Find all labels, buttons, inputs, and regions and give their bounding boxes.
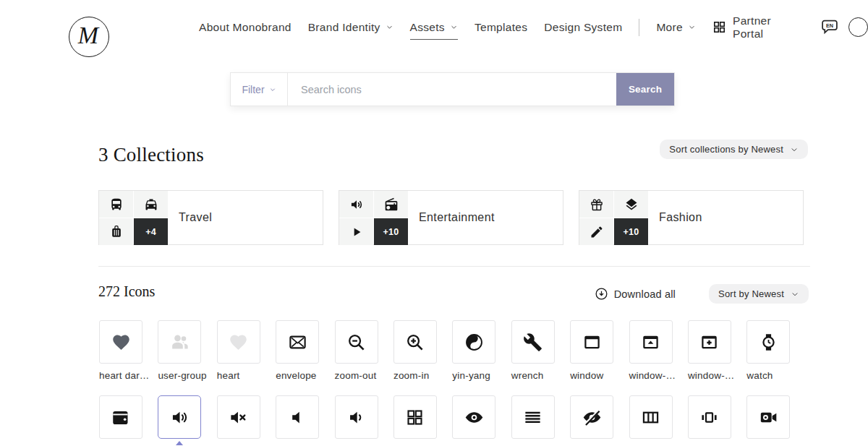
icon-tile[interactable] — [99, 320, 142, 364]
gift-icon — [590, 197, 604, 212]
icon-label: window-… — [688, 370, 731, 381]
chevron-down-icon — [386, 23, 393, 31]
icon-tile[interactable] — [629, 320, 673, 364]
language-bubble-icon[interactable]: EN — [820, 18, 839, 36]
language-badge: EN — [826, 22, 833, 29]
icon-cell-lines[interactable] — [511, 395, 555, 439]
wrench-icon — [523, 333, 542, 352]
window-plus-icon — [699, 333, 719, 352]
zoom-in-icon — [405, 333, 425, 352]
brand-logo[interactable]: M — [69, 17, 109, 57]
circle-icon[interactable] — [848, 17, 868, 37]
icon-tile[interactable] — [393, 395, 437, 439]
icon-cell-eye[interactable] — [452, 395, 495, 439]
yin-yang-icon — [464, 333, 484, 352]
download-all-link[interactable]: Download all — [595, 287, 676, 301]
sort-icons-label: Sort by Newest — [718, 288, 784, 299]
nav-item-templates[interactable]: Templates — [475, 21, 527, 34]
icon-tile[interactable] — [746, 395, 790, 439]
icon-grid: heart dar… user-group heart envelope zoo… — [99, 320, 790, 439]
icon-tile[interactable] — [511, 395, 555, 439]
icon-tile[interactable] — [570, 395, 613, 439]
icon-cell-heart-fill[interactable]: heart — [217, 320, 260, 381]
collection-title: Entertainment — [419, 211, 495, 224]
icon-tile[interactable] — [276, 395, 319, 439]
icon-cell-watch[interactable]: watch — [746, 320, 790, 381]
nav-item-more[interactable]: More — [656, 21, 696, 34]
icon-cell-user-group[interactable]: user-group — [158, 320, 201, 381]
icon-cell-window-plus[interactable]: window-… — [688, 320, 731, 381]
icon-tile[interactable] — [99, 395, 142, 439]
nav-item-about-monobrand[interactable]: About Monobrand — [199, 21, 292, 34]
icon-cell-yin-yang[interactable]: yin-yang — [452, 320, 495, 381]
more-count-badge: +10 — [614, 218, 648, 245]
sort-collections-label: Sort collections by Newest — [669, 144, 783, 155]
carousel-icon — [699, 408, 719, 427]
icon-tile[interactable] — [217, 320, 260, 364]
icon-tile[interactable] — [511, 320, 555, 364]
icon-label: user-group — [158, 370, 201, 381]
heart-fill-icon — [111, 333, 131, 352]
icon-tile[interactable] — [688, 320, 731, 364]
nav-item-label: More — [656, 21, 683, 34]
partner-portal-label: Partner Portal — [733, 14, 796, 40]
icon-cell-grid[interactable] — [393, 395, 437, 439]
collection-card-travel[interactable]: +4 Travel — [98, 190, 323, 245]
filter-dropdown[interactable]: Filter — [231, 73, 288, 106]
collection-title: Travel — [179, 211, 212, 224]
icon-tile[interactable] — [570, 320, 613, 364]
partner-portal-link[interactable]: Partner Portal — [712, 14, 796, 40]
icon-tile[interactable] — [629, 395, 673, 439]
nav-item-design-system[interactable]: Design System — [544, 21, 622, 34]
nav-item-assets[interactable]: Assets — [410, 21, 458, 34]
icon-cell-wallet[interactable] — [99, 395, 142, 439]
icons-actions: Download all Sort by Newest — [595, 284, 809, 304]
icon-cell-volume-off[interactable] — [276, 395, 319, 439]
collection-preview: +4 — [99, 191, 168, 244]
icon-tile[interactable] — [688, 395, 731, 439]
sort-collections-dropdown[interactable]: Sort collections by Newest — [660, 140, 808, 159]
icon-cell-video-camera[interactable] — [746, 395, 790, 439]
volume-off-icon — [288, 408, 307, 427]
chevron-down-icon — [269, 86, 276, 93]
icon-cell-carousel[interactable] — [688, 395, 731, 439]
icon-cell-window[interactable]: window — [570, 320, 613, 381]
luggage-icon — [109, 225, 124, 239]
more-count-badge: +4 — [134, 218, 168, 245]
icon-tile[interactable] — [393, 320, 437, 364]
icon-cell-heart-fill[interactable]: heart dar… — [99, 320, 142, 381]
sort-icons-dropdown[interactable]: Sort by Newest — [709, 284, 809, 304]
icon-tile[interactable] — [276, 320, 319, 364]
icon-tile[interactable] — [335, 395, 378, 439]
icon-cell-wrench[interactable]: wrench — [511, 320, 555, 381]
search-input[interactable] — [288, 73, 616, 106]
icon-cell-volume-mute[interactable] — [217, 395, 260, 439]
icon-tile[interactable] — [335, 320, 378, 364]
columns-icon — [641, 408, 660, 427]
icon-label: yin-yang — [452, 370, 495, 381]
nav-item-label: Design System — [544, 21, 622, 34]
icon-cell-eye-off[interactable] — [570, 395, 613, 439]
collection-card-entertainment[interactable]: +10 Entertainment — [339, 190, 563, 245]
nav-divider — [639, 19, 639, 36]
search-button[interactable]: Search — [616, 73, 674, 106]
icon-cell-envelope[interactable]: envelope — [276, 320, 319, 381]
volume-medium-icon — [170, 408, 190, 427]
preview-tile — [339, 218, 373, 245]
user-group-icon — [170, 333, 190, 352]
icon-tile[interactable] — [217, 395, 260, 439]
collection-card-fashion[interactable]: +10 Fashion — [579, 190, 804, 245]
icon-cell-zoom-in[interactable]: zoom-in — [393, 320, 437, 381]
icon-tile[interactable] — [158, 320, 201, 364]
icon-tile[interactable] — [452, 320, 495, 364]
nav-item-brand-identity[interactable]: Brand Identity — [308, 21, 393, 34]
icon-cell-window-up[interactable]: window-… — [629, 320, 673, 381]
icon-cell-volume-low[interactable] — [335, 395, 378, 439]
icon-cell-zoom-out[interactable]: zoom-out — [335, 320, 378, 381]
icon-tile[interactable] — [158, 395, 201, 439]
icon-cell-columns[interactable] — [629, 395, 673, 439]
icon-tile[interactable] — [746, 320, 790, 364]
icon-cell-volume-medium-selected[interactable] — [158, 395, 201, 439]
chevron-down-icon — [790, 145, 799, 154]
icon-tile[interactable] — [452, 395, 495, 439]
